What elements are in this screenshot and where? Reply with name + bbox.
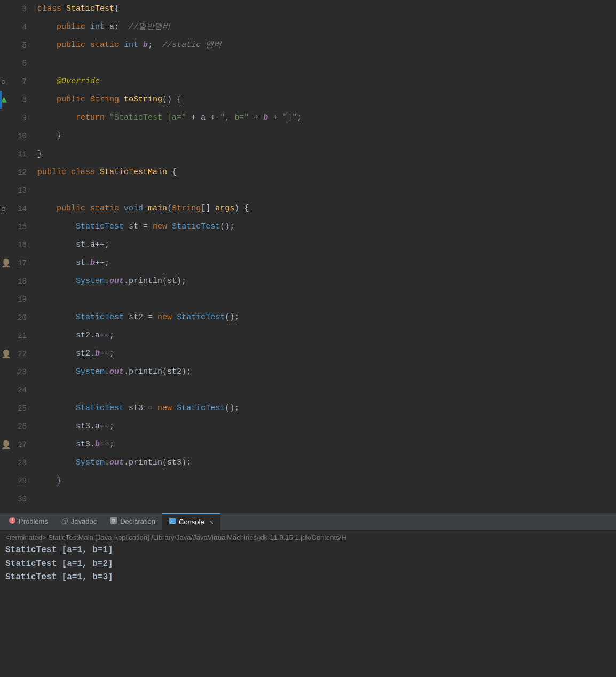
code-line: 3class StaticTest{ xyxy=(0,0,616,18)
code-line: 👤17 st.b++; xyxy=(0,254,616,272)
line-number: 12 xyxy=(0,168,32,177)
line-content: StaticTest st3 = new StaticTest(); xyxy=(32,399,616,418)
line-number: 👤22 xyxy=(0,350,32,358)
line-content: st3.b++; xyxy=(32,436,616,454)
line-number: 29 xyxy=(0,477,32,485)
line-number-text: 16 xyxy=(18,241,27,249)
line-number: 16 xyxy=(0,241,32,249)
tab-label-declaration: Declaration xyxy=(120,517,155,525)
svg-text:D: D xyxy=(112,518,115,523)
line-content: System.out.println(st); xyxy=(32,272,616,290)
warning-icon: 👤 xyxy=(1,440,11,450)
line-content: st3.a++; xyxy=(32,418,616,436)
console-content: <terminated> StaticTestMain [Java Applic… xyxy=(0,530,616,677)
line-number: 3 xyxy=(0,5,32,13)
tab-icon-console: >_ xyxy=(169,517,176,526)
line-number-text: 3 xyxy=(22,5,27,13)
line-content: StaticTest st2 = new StaticTest(); xyxy=(32,309,616,327)
line-number: ⊖7 xyxy=(0,77,32,86)
code-line: 26 st3.a++; xyxy=(0,418,616,436)
line-number-text: 4 xyxy=(22,23,27,32)
line-number: 4 xyxy=(0,23,32,32)
line-number-text: 27 xyxy=(18,440,27,449)
tab-icon-declaration: D xyxy=(110,517,117,526)
code-lines: 3class StaticTest{4 public int a; //일반멤버… xyxy=(0,0,616,508)
line-number-text: 21 xyxy=(18,332,27,340)
line-number-text: 7 xyxy=(22,77,27,86)
line-number: 11 xyxy=(0,150,32,159)
tab-close-console[interactable]: × xyxy=(209,518,214,526)
line-content: public int a; //일반멤버 xyxy=(32,18,616,36)
line-number-text: 12 xyxy=(18,168,27,177)
code-line: 16 st.a++; xyxy=(0,236,616,254)
line-content: public static int b; //static 멤버 xyxy=(32,36,616,54)
console-output-line: StaticTest [a=1, b=1] xyxy=(5,544,611,557)
line-number: 13 xyxy=(0,186,32,195)
line-number-text: 17 xyxy=(18,259,27,267)
line-content: st2.b++; xyxy=(32,345,616,363)
tab-problems[interactable]: !Problems xyxy=(2,513,55,530)
line-number: 9 xyxy=(0,114,32,122)
line-number-text: 20 xyxy=(18,313,27,322)
line-number-text: 14 xyxy=(18,204,27,213)
line-number: 20 xyxy=(0,313,32,322)
tab-console[interactable]: >_Console× xyxy=(162,513,220,530)
code-line: 21 st2.a++; xyxy=(0,327,616,345)
svg-text:>_: >_ xyxy=(170,519,175,524)
console-output-line: StaticTest [a=1, b=2] xyxy=(5,557,611,571)
line-number-text: 10 xyxy=(18,132,27,140)
line-content: } xyxy=(32,127,616,145)
line-number: 25 xyxy=(0,404,32,413)
line-number: 👤17 xyxy=(0,259,32,267)
line-content: return "StaticTest [a=" + a + ", b=" + b… xyxy=(32,109,616,127)
code-line: 4 public int a; //일반멤버 xyxy=(0,18,616,36)
code-line: 15 StaticTest st = new StaticTest(); xyxy=(0,218,616,236)
bottom-panel: !Problems@JavadocDDeclaration>_Console× … xyxy=(0,513,616,677)
code-line: ⊖7 @Override xyxy=(0,73,616,91)
line-content: public String toString() { xyxy=(32,91,616,109)
line-number: 23 xyxy=(0,368,32,376)
line-content: @Override xyxy=(32,73,616,91)
code-line: 10 } xyxy=(0,127,616,145)
line-number: 19 xyxy=(0,295,32,304)
line-number-text: 19 xyxy=(18,295,27,304)
line-number-text: 28 xyxy=(18,459,27,467)
code-line: 6 xyxy=(0,54,616,73)
line-number: 28 xyxy=(0,459,32,467)
line-content: st.a++; xyxy=(32,236,616,254)
line-content: class StaticTest{ xyxy=(32,0,616,18)
line-number: 30 xyxy=(0,495,32,503)
line-number-text: 18 xyxy=(18,277,27,286)
line-content: System.out.println(st3); xyxy=(32,454,616,472)
code-editor: 3class StaticTest{4 public int a; //일반멤버… xyxy=(0,0,616,513)
line-number: 5 xyxy=(0,41,32,50)
line-number-text: 24 xyxy=(18,386,27,395)
tab-icon-problems: ! xyxy=(9,517,16,526)
line-number-text: 6 xyxy=(22,59,27,68)
tab-bar: !Problems@JavadocDDeclaration>_Console× xyxy=(0,513,616,530)
code-line: 29 } xyxy=(0,472,616,490)
line-number-text: 23 xyxy=(18,368,27,376)
console-output: StaticTest [a=1, b=1]StaticTest [a=1, b=… xyxy=(5,544,611,585)
line-content: st.b++; xyxy=(32,254,616,272)
fold-minus-icon[interactable]: ⊖ xyxy=(1,204,5,214)
line-number: 24 xyxy=(0,386,32,395)
tab-javadoc[interactable]: @Javadoc xyxy=(55,513,104,530)
line-content: public class StaticTestMain { xyxy=(32,163,616,182)
console-output-line: StaticTest [a=1, b=3] xyxy=(5,571,611,585)
code-line: ⊖14 public static void main(String[] arg… xyxy=(0,200,616,218)
line-content: } xyxy=(32,145,616,163)
code-line: 11} xyxy=(0,145,616,163)
line-content: System.out.println(st2); xyxy=(32,363,616,381)
tab-declaration[interactable]: DDeclaration xyxy=(104,513,162,530)
line-number-text: 13 xyxy=(18,186,27,195)
tab-icon-javadoc: @ xyxy=(61,517,68,526)
line-number-text: 22 xyxy=(18,350,27,358)
fold-minus-icon[interactable]: ⊖ xyxy=(1,77,5,86)
line-number: 15 xyxy=(0,223,32,231)
code-line: 30 xyxy=(0,490,616,508)
line-number-text: 11 xyxy=(18,150,27,159)
svg-text:!: ! xyxy=(11,518,13,524)
code-line: 13 xyxy=(0,182,616,200)
line-number: 21 xyxy=(0,332,32,340)
